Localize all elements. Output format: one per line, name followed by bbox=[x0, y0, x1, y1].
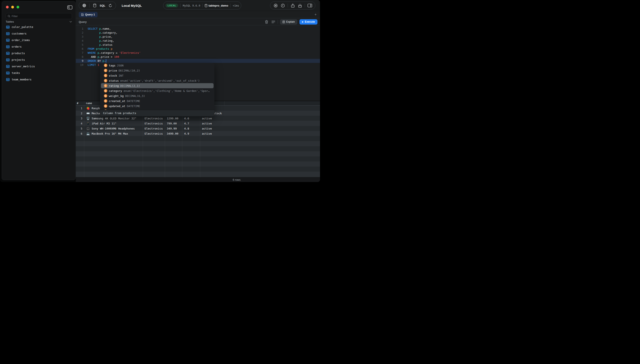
token bbox=[98, 27, 99, 30]
autocomplete-item-stock[interactable]: CstockINT bbox=[101, 73, 214, 78]
cell-filler bbox=[224, 151, 320, 156]
format-query-button[interactable] bbox=[271, 20, 276, 24]
token: 1 bbox=[98, 63, 99, 66]
code-line-5[interactable]: 5 p.status bbox=[76, 43, 320, 47]
token: FROM bbox=[88, 47, 94, 50]
database-view-button[interactable] bbox=[92, 3, 97, 8]
toolbar-actions bbox=[270, 2, 315, 10]
sidebar-item-projects[interactable]: projects bbox=[4, 56, 74, 63]
cell-category bbox=[143, 166, 165, 172]
sql-view-button[interactable]: SQL bbox=[100, 3, 106, 8]
query-panel-header: Query bbox=[76, 18, 320, 26]
clear-query-button[interactable] bbox=[264, 20, 269, 24]
code-line-2[interactable]: 2 p.category, bbox=[76, 31, 320, 35]
divider bbox=[278, 20, 278, 24]
token bbox=[94, 47, 96, 50]
code-line-9[interactable]: 9ORDER BY p. bbox=[76, 59, 320, 63]
autocomplete-item-price[interactable]: CpriceDECIMAL(10,2) bbox=[101, 68, 214, 73]
table-row-3[interactable]: 3🖥️Samsung 4K OLED Monitor 32"Electronic… bbox=[76, 116, 320, 121]
code-text: WHERE p.category = 'Electronics' bbox=[88, 51, 140, 55]
autocomplete-item-rating[interactable]: CratingDECIMAL(2,1) bbox=[101, 83, 214, 88]
code-text: SELECT p.name, bbox=[88, 27, 111, 31]
table-row-5[interactable]: 5🎧Sony WH-1000XM6 HeadphonesElectronics3… bbox=[76, 126, 320, 131]
zoom-window-button[interactable] bbox=[16, 6, 19, 8]
sidebar-item-orders[interactable]: orders bbox=[4, 44, 74, 50]
database-icon bbox=[205, 4, 208, 7]
query-panel-title: Query bbox=[79, 18, 87, 26]
code-line-8[interactable]: 8 AND p.price > 100 bbox=[76, 55, 320, 59]
new-tab-button[interactable]: + bbox=[313, 12, 318, 17]
code-text: p.status bbox=[88, 43, 112, 47]
autocomplete-item-category[interactable]: Ccategoryenum('Electronics','Clothing','… bbox=[101, 88, 214, 93]
cell-rating bbox=[182, 146, 200, 151]
status-bar: 6 rows bbox=[76, 177, 320, 182]
table-icon bbox=[6, 72, 10, 74]
cell-row-number: 3 bbox=[76, 116, 84, 121]
cell-price: 3499.00 bbox=[165, 131, 182, 136]
table-name: projects bbox=[12, 58, 25, 61]
tab-label: Query 1 bbox=[85, 13, 95, 16]
database-icon bbox=[93, 4, 96, 8]
code-line-4[interactable]: 4 p.rating, bbox=[76, 39, 320, 43]
code-line-7[interactable]: 7WHERE p.category = 'Electronics' bbox=[76, 51, 320, 55]
token: p bbox=[99, 43, 101, 46]
database-selector[interactable]: tablepro_demo bbox=[205, 4, 228, 7]
line-number: 2 bbox=[76, 31, 85, 35]
table-icon bbox=[6, 65, 10, 68]
sidebar-toggle-button[interactable] bbox=[67, 5, 73, 10]
code-line-3[interactable]: 3 p.price, bbox=[76, 35, 320, 39]
autocomplete-item-status[interactable]: Cstatusenum('active','draft','archived',… bbox=[101, 78, 214, 83]
close-window-button[interactable] bbox=[6, 6, 9, 8]
code-line-6[interactable]: 6FROM products p bbox=[76, 47, 320, 51]
cell-filler bbox=[224, 166, 320, 172]
autocomplete-item-created_at[interactable]: Ccreated_atDATETIME bbox=[101, 98, 214, 104]
connection-status-pill: LOCAL MySQL 9.6.0 tablepro_demo <1ms bbox=[163, 2, 241, 10]
column-type: JSON bbox=[117, 64, 124, 67]
sidebar-item-customers[interactable]: customers bbox=[4, 30, 74, 37]
token: .status bbox=[101, 43, 112, 46]
column-name: created_at bbox=[109, 100, 125, 103]
autocomplete-dropdown: CtagsJSONCpriceDECIMAL(10,2)CstockINTCst… bbox=[100, 63, 214, 116]
table-row-6[interactable]: 6💻MacBook Pro 16" M4 MaxElectronics3499.… bbox=[76, 131, 320, 136]
cell-name: 💻MacBook Pro 16" M4 Max bbox=[84, 131, 143, 136]
column-badge-icon: C bbox=[104, 110, 107, 110]
divider bbox=[230, 4, 230, 8]
filter-results-button[interactable] bbox=[273, 3, 278, 8]
token: SELECT bbox=[88, 27, 98, 30]
divider bbox=[180, 4, 180, 8]
column-name: stock bbox=[109, 74, 117, 77]
sidebar-item-team_members[interactable]: team_members bbox=[4, 76, 74, 83]
sidebar-item-tasks[interactable]: tasks bbox=[4, 70, 74, 76]
align-left-icon bbox=[272, 20, 275, 23]
right-panel-toggle-button[interactable] bbox=[308, 3, 312, 8]
cell-rating bbox=[182, 166, 200, 172]
sidebar-item-products[interactable]: products bbox=[4, 50, 74, 56]
export-button[interactable] bbox=[290, 3, 295, 8]
autocomplete-item-updated_at[interactable]: Cupdated_atDATETIME bbox=[101, 104, 214, 108]
column-header-row-number[interactable]: # bbox=[76, 101, 84, 106]
history-button[interactable] bbox=[280, 3, 285, 8]
token: 100 bbox=[114, 55, 119, 58]
token bbox=[88, 35, 99, 38]
explain-button[interactable]: Explain bbox=[280, 19, 297, 24]
autocomplete-item-tags[interactable]: CtagsJSON bbox=[101, 63, 214, 68]
filter-input[interactable] bbox=[12, 14, 70, 18]
refresh-button[interactable] bbox=[108, 3, 113, 8]
sidebar-item-order_items[interactable]: order_items bbox=[4, 37, 74, 44]
code-line-1[interactable]: 1SELECT p.name, bbox=[76, 27, 320, 31]
tab-query-1[interactable]: Query 1 bbox=[79, 12, 98, 17]
minimize-window-button[interactable] bbox=[11, 6, 14, 8]
globe-button[interactable] bbox=[82, 3, 86, 8]
cell-status: active bbox=[200, 121, 224, 126]
autocomplete-items: CtagsJSONCpriceDECIMAL(10,2)CstockINTCst… bbox=[100, 63, 214, 110]
sidebar: Tables color_palettecustomersorder_items… bbox=[2, 1, 76, 180]
autocomplete-item-weight_kg[interactable]: Cweight_kgDECIMAL(6,3) bbox=[101, 93, 214, 98]
import-button[interactable] bbox=[298, 3, 302, 8]
execute-button[interactable]: ▶ Execute bbox=[300, 19, 318, 24]
sidebar-item-server_metrics[interactable]: server_metrics bbox=[4, 63, 74, 70]
sidebar-item-color_palette[interactable]: color_palette bbox=[4, 24, 74, 30]
globe-icon bbox=[82, 4, 86, 8]
tables-section-header[interactable]: Tables bbox=[6, 20, 72, 23]
table-row-4[interactable]: 4📱iPad Air M3 11"Electronics799.004.7act… bbox=[76, 121, 320, 126]
column-type: DECIMAL(6,3) bbox=[125, 94, 145, 98]
